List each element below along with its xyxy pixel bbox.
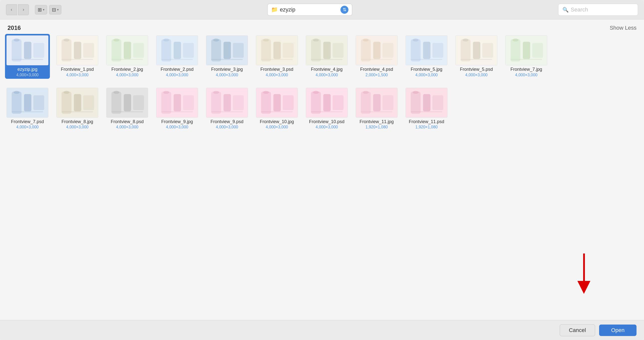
file-item[interactable]: Frontview_11.jpg1,920×1,080 — [354, 86, 399, 131]
svg-rect-32 — [273, 42, 281, 59]
file-name: Frontview_9.psd — [210, 119, 244, 125]
file-name: Frontview_11.psd — [409, 119, 444, 125]
file-item[interactable]: Frontview_7.jpg4,000×3,000 — [504, 34, 549, 79]
file-size: 4,000×3,000 — [166, 125, 188, 129]
file-item[interactable]: Frontview_4.psd2,000×1,500 — [354, 34, 399, 79]
file-item[interactable]: ezyzip.jpg4,000×3,000 — [5, 34, 50, 79]
svg-rect-104 — [323, 94, 331, 111]
grid-icon: ⊞ — [38, 7, 42, 13]
file-name: Frontview_5.psd — [460, 67, 493, 72]
svg-rect-31 — [261, 39, 271, 61]
svg-rect-77 — [62, 111, 93, 112]
svg-rect-113 — [361, 111, 392, 112]
svg-rect-79 — [112, 91, 122, 114]
section-year: 2016 — [8, 24, 21, 31]
svg-rect-61 — [510, 39, 520, 61]
file-name: Frontview_10.psd — [309, 119, 344, 125]
file-item[interactable]: Frontview_10.jpg4,000×3,000 — [254, 86, 299, 131]
file-name: Frontview_1.psd — [61, 67, 94, 72]
file-name: Frontview_2.jpg — [111, 67, 143, 72]
search-placeholder: Search — [571, 6, 588, 13]
svg-point-100 — [263, 91, 269, 94]
svg-rect-2 — [24, 42, 32, 59]
file-size: 2,000×1,500 — [366, 73, 388, 77]
svg-rect-56 — [473, 42, 480, 59]
svg-rect-43 — [361, 39, 371, 61]
svg-rect-99 — [283, 95, 294, 110]
svg-rect-86 — [174, 94, 181, 111]
location-input[interactable]: 📁 ezyzip ⇅ — [268, 4, 352, 16]
file-item[interactable]: Frontview_1.psd4,000×3,000 — [55, 34, 100, 79]
thumbnail-wrapper — [456, 35, 497, 65]
svg-rect-41 — [311, 59, 342, 60]
forward-button[interactable]: › — [18, 4, 29, 15]
file-item[interactable]: Frontview_3.jpg4,000×3,000 — [204, 34, 250, 79]
thumbnail-wrapper — [406, 35, 448, 65]
file-item[interactable]: Frontview_5.jpg4,000×3,000 — [404, 34, 449, 79]
file-size: 4,000×3,000 — [515, 73, 537, 77]
file-name: Frontview_11.jpg — [360, 119, 394, 125]
svg-rect-71 — [12, 111, 43, 112]
svg-point-106 — [313, 91, 319, 94]
file-size: 4,000×3,000 — [316, 125, 338, 129]
svg-point-76 — [64, 91, 70, 94]
svg-rect-25 — [211, 39, 221, 61]
file-item[interactable]: Frontview_2.psd4,000×3,000 — [155, 34, 200, 79]
file-name: Frontview_8.psd — [111, 119, 144, 125]
file-item[interactable]: Frontview_10.psd4,000×3,000 — [304, 86, 349, 131]
svg-rect-14 — [124, 42, 131, 59]
file-item[interactable]: Frontview_9.jpg4,000×3,000 — [155, 86, 200, 131]
svg-rect-59 — [461, 59, 492, 60]
file-size: 1,920×1,080 — [366, 125, 388, 129]
svg-rect-107 — [311, 111, 342, 112]
svg-rect-29 — [211, 59, 243, 60]
file-size: 4,000×3,000 — [465, 73, 487, 77]
svg-rect-26 — [224, 42, 231, 59]
file-size: 4,000×3,000 — [66, 73, 88, 77]
file-size: 4,000×3,000 — [216, 73, 238, 77]
file-grid: ezyzip.jpg4,000×3,000 Frontview_1.psd4,0… — [0, 34, 644, 320]
file-item[interactable]: Frontview_11.psd1,920×1,080 — [404, 86, 449, 131]
file-name: Frontview_2.psd — [161, 67, 194, 72]
thumbnail-wrapper — [6, 88, 48, 118]
svg-point-52 — [413, 39, 419, 42]
svg-rect-44 — [373, 42, 380, 59]
svg-rect-117 — [432, 95, 443, 110]
thumbnail-wrapper — [106, 88, 148, 118]
show-less-button[interactable]: Show Less — [610, 25, 636, 31]
file-item[interactable]: Frontview_3.psd4,000×3,000 — [254, 34, 299, 79]
file-item[interactable]: Frontview_8.jpg4,000×3,000 — [55, 86, 100, 131]
svg-point-64 — [512, 39, 518, 42]
svg-point-34 — [263, 39, 269, 42]
svg-point-70 — [14, 91, 20, 94]
file-item[interactable]: Frontview_2.jpg4,000×3,000 — [105, 34, 150, 79]
grid-view-button[interactable]: ⊞ ▾ — [35, 5, 47, 14]
file-size: 4,000×3,000 — [16, 125, 38, 129]
svg-point-10 — [64, 39, 70, 42]
search-bar[interactable]: 🔍 Search — [558, 4, 638, 16]
thumbnail-wrapper — [505, 35, 547, 65]
svg-point-112 — [363, 91, 369, 94]
list-view-button[interactable]: ⊟ ▾ — [49, 5, 61, 14]
file-name: Frontview_9.jpg — [161, 119, 193, 125]
location-stepper[interactable]: ⇅ — [340, 6, 348, 14]
file-item[interactable]: Frontview_9.psd4,000×3,000 — [204, 86, 250, 131]
cancel-button[interactable]: Cancel — [560, 324, 595, 336]
svg-rect-38 — [323, 42, 331, 59]
svg-point-46 — [363, 39, 369, 42]
file-size: 4,000×3,000 — [316, 73, 338, 77]
file-name: Frontview_4.psd — [360, 67, 393, 72]
back-button[interactable]: ‹ — [6, 4, 17, 15]
svg-rect-53 — [411, 59, 442, 60]
svg-point-58 — [463, 39, 469, 42]
svg-rect-85 — [161, 91, 171, 114]
open-button[interactable]: Open — [599, 325, 636, 336]
file-size: 4,000×3,000 — [266, 125, 288, 129]
file-item[interactable]: Frontview_7.psd4,000×3,000 — [5, 86, 50, 131]
file-name: Frontview_4.jpg — [311, 67, 342, 72]
thumbnail-wrapper — [6, 35, 48, 65]
file-item[interactable]: Frontview_5.psd4,000×3,000 — [454, 34, 499, 79]
file-item[interactable]: Frontview_4.jpg4,000×3,000 — [304, 34, 349, 79]
list-icon: ⊟ — [52, 7, 56, 13]
file-item[interactable]: Frontview_8.psd4,000×3,000 — [105, 86, 150, 131]
